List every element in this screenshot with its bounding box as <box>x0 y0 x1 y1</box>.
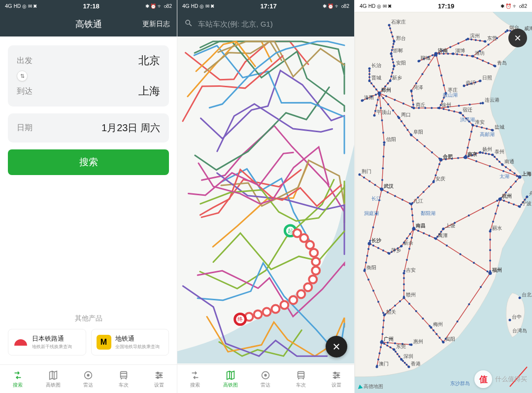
nav-item-sliders[interactable]: 设置 <box>319 365 354 393</box>
nav-item-sliders[interactable]: 设置 <box>141 365 177 393</box>
svg-point-317 <box>382 326 384 328</box>
svg-point-202 <box>411 95 413 97</box>
nav-label: 高铁图 <box>46 382 61 389</box>
arrive-row[interactable]: 到达 上海 <box>8 76 169 107</box>
nav-label: 雷达 <box>83 382 93 389</box>
search-form: 出发 北京 ⇅ 到达 上海 日期 1月23日 周六 搜索 其他产品 日本铁路通 … <box>0 36 177 364</box>
svg-point-261 <box>423 191 425 193</box>
svg-point-453 <box>410 344 413 346</box>
svg-point-186 <box>486 128 488 130</box>
svg-point-381 <box>368 73 370 75</box>
nav-item-train[interactable]: 车次 <box>106 365 141 393</box>
svg-point-149 <box>461 54 463 56</box>
svg-point-313 <box>372 290 374 292</box>
status-time: 17:18 <box>83 2 99 10</box>
svg-point-284 <box>382 132 384 134</box>
svg-point-386 <box>375 89 377 91</box>
product-card-metro[interactable]: M 地铁通 全国地铁导航换乘查询 <box>91 329 169 356</box>
svg-text:荆门: 荆门 <box>362 169 371 174</box>
svg-point-452 <box>393 349 396 351</box>
svg-text:宁波: 宁波 <box>522 201 532 206</box>
svg-point-340 <box>399 300 401 302</box>
svg-text:滨州: 滨州 <box>470 33 480 38</box>
nav-item-radar[interactable]: 雷达 <box>71 365 106 393</box>
date-row[interactable]: 日期 1月23日 周六 <box>8 113 169 143</box>
svg-point-456 <box>408 366 410 368</box>
svg-point-193 <box>458 105 460 107</box>
nav-label: 车次 <box>296 382 306 389</box>
svg-text:鹰潭: 鹰潭 <box>438 233 448 238</box>
search-placeholder: 车站车次(例: 北京, G1) <box>198 20 273 29</box>
svg-text:赣州: 赣州 <box>406 292 416 297</box>
svg-point-406 <box>472 55 474 58</box>
svg-point-380 <box>368 70 370 72</box>
svg-point-269 <box>423 232 425 234</box>
svg-point-404 <box>434 52 438 56</box>
close-button[interactable] <box>326 336 347 357</box>
depart-row[interactable]: 出发 北京 <box>8 45 169 76</box>
svg-point-411 <box>494 65 497 68</box>
svg-point-26 <box>265 374 267 376</box>
svg-point-444 <box>364 270 366 272</box>
svg-point-195 <box>480 103 482 105</box>
svg-text:新乡: 新乡 <box>392 75 402 80</box>
svg-text:石家庄: 石家庄 <box>391 19 406 25</box>
svg-point-421 <box>492 129 494 132</box>
svg-text:泰州: 泰州 <box>495 149 504 154</box>
svg-point-165 <box>475 39 477 41</box>
svg-point-437 <box>442 228 445 230</box>
svg-point-398 <box>389 80 392 82</box>
changelog-link[interactable]: 更新日志 <box>142 20 170 29</box>
status-bar: 4G HD ◎ ✉ ✖ 17:17 ✱ ⏰ ᯤ ▢82 <box>177 0 354 12</box>
svg-point-169 <box>488 44 490 46</box>
svg-point-130 <box>402 103 404 105</box>
svg-text:长治: 长治 <box>371 63 381 68</box>
svg-point-337 <box>403 284 405 286</box>
nav-item-map[interactable]: 高铁图 <box>35 365 71 393</box>
search-button[interactable]: 搜索 <box>8 149 169 175</box>
bottom-nav: 搜索高铁图雷达车次设置 <box>0 364 177 393</box>
svg-point-345 <box>415 310 417 312</box>
product-card-jp[interactable]: 日本铁路通 地铁新干线换乘查询 <box>8 329 86 356</box>
svg-point-396 <box>368 68 371 70</box>
swap-button[interactable]: ⇅ <box>17 71 28 81</box>
svg-point-416 <box>438 107 441 109</box>
svg-text:鄱阳湖: 鄱阳湖 <box>421 211 435 216</box>
status-indicators: HD ◎ ✉ ✖ <box>14 3 37 9</box>
svg-point-200 <box>412 104 414 106</box>
svg-point-335 <box>403 270 405 272</box>
svg-point-184 <box>476 125 478 127</box>
nav-item-swap[interactable]: 搜索 <box>177 365 213 393</box>
svg-text:洛阳: 洛阳 <box>364 95 374 100</box>
carrier-icon: 4G <box>182 3 190 9</box>
svg-point-250 <box>513 204 515 206</box>
rail-map-canvas[interactable]: 起终 <box>177 36 354 364</box>
svg-point-393 <box>393 40 396 43</box>
train-icon <box>118 370 129 381</box>
nav-item-radar[interactable]: 雷达 <box>248 365 284 393</box>
watermark: 值 什么值得买 <box>474 370 527 388</box>
svg-point-205 <box>422 73 424 75</box>
search-bar[interactable]: 车站车次(例: 北京, G1) <box>177 12 354 36</box>
svg-text:上饶: 上饶 <box>445 223 455 228</box>
svg-point-400 <box>361 100 364 102</box>
svg-point-245 <box>510 186 512 188</box>
svg-point-3 <box>157 372 159 374</box>
map-icon <box>48 370 59 381</box>
svg-point-108 <box>393 43 395 45</box>
svg-text:邯郸: 邯郸 <box>393 48 403 53</box>
nav-item-swap[interactable]: 搜索 <box>0 365 35 393</box>
svg-point-314 <box>377 301 379 303</box>
national-map-canvas[interactable]: 石家庄邢台邯郸安阳长治晋城新乡郑州洛阳平顶山周口聊城济南淄博潍坊滨州东营烟台威海… <box>355 12 532 393</box>
nav-item-train[interactable]: 车次 <box>283 365 319 393</box>
carrier-icon: 4G <box>360 3 367 9</box>
svg-point-412 <box>479 80 482 82</box>
svg-point-355 <box>487 271 489 273</box>
svg-point-112 <box>391 55 393 57</box>
metro-icon: M <box>97 335 111 350</box>
close-button[interactable] <box>508 29 527 47</box>
nav-item-map[interactable]: 高铁图 <box>213 365 248 393</box>
svg-point-294 <box>372 226 374 228</box>
nav-label: 设置 <box>332 382 341 389</box>
nav-label: 高铁图 <box>223 382 238 389</box>
